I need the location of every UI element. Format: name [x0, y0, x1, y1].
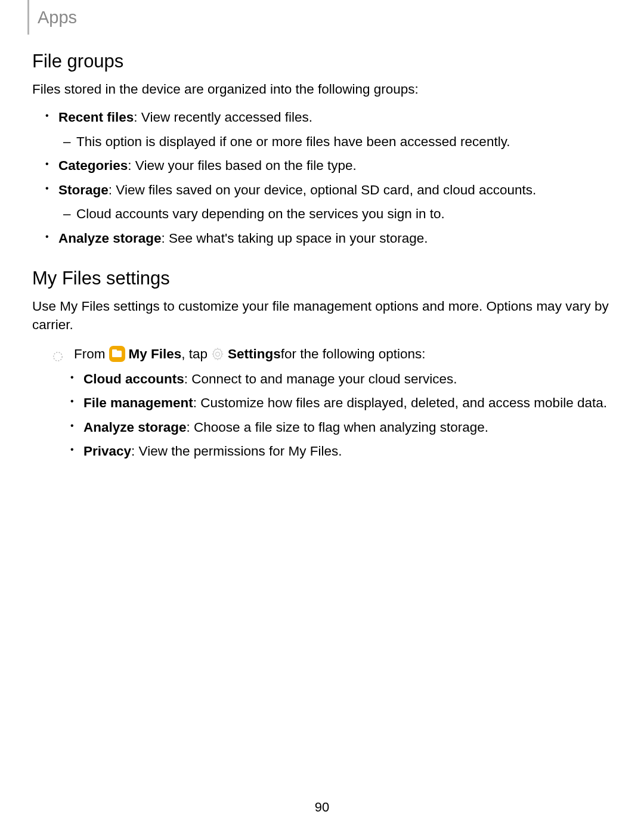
instruction-pre: From	[74, 345, 106, 364]
list-item: Storage: View files saved on your device…	[58, 181, 612, 224]
item-desc: : Customize how files are displayed, del…	[193, 395, 607, 410]
page-header: Apps	[27, 0, 77, 35]
instruction-post: for the following options:	[281, 345, 426, 364]
item-label: Privacy	[83, 444, 131, 459]
list-item: Analyze storage: Choose a file size to f…	[83, 418, 612, 437]
section-title-my-files-settings: My Files settings	[32, 268, 612, 289]
item-desc: : View your files based on the file type…	[128, 158, 357, 173]
item-label: Categories	[58, 158, 128, 173]
sub-item: This option is displayed if one or more …	[76, 132, 612, 151]
file-groups-list: Recent files: View recently accessed fil…	[32, 108, 612, 247]
item-label: Analyze storage	[58, 231, 162, 246]
item-desc: : View files saved on your device, optio…	[109, 182, 537, 197]
sub-list: This option is displayed if one or more …	[58, 132, 612, 151]
settings-options-list: Cloud accounts: Connect to and manage yo…	[32, 370, 612, 461]
sub-item: Cloud accounts vary depending on the ser…	[76, 205, 612, 224]
settings-gear-icon	[210, 347, 225, 361]
page-content: File groups Files stored in the device a…	[32, 51, 612, 466]
page-number: 90	[0, 800, 644, 815]
list-item: Cloud accounts: Connect to and manage yo…	[83, 370, 612, 389]
list-item: Recent files: View recently accessed fil…	[58, 108, 612, 151]
item-label: Recent files	[58, 110, 134, 125]
item-label: Storage	[58, 182, 109, 197]
section-my-files-settings: My Files settings Use My Files settings …	[32, 268, 612, 460]
header-rule	[27, 0, 29, 35]
item-desc: : See what's taking up space in your sto…	[162, 231, 428, 246]
list-item: Categories: View your files based on the…	[58, 156, 612, 175]
instruction-mid: , tap	[181, 345, 208, 364]
app-label: My Files	[129, 345, 182, 364]
section-intro-my-files-settings: Use My Files settings to customize your …	[32, 298, 612, 334]
item-desc: : View recently accessed files.	[134, 110, 312, 125]
svg-point-0	[54, 352, 62, 361]
section-intro-file-groups: Files stored in the device are organized…	[32, 80, 612, 98]
item-label: File management	[83, 395, 193, 410]
section-title-file-groups: File groups	[32, 51, 612, 72]
list-item: File management: Customize how files are…	[83, 394, 612, 413]
header-label: Apps	[38, 8, 77, 27]
sub-list: Cloud accounts vary depending on the ser…	[58, 205, 612, 224]
instruction-row: From My Files, tap Settings for the foll…	[32, 345, 612, 364]
ring-marker-icon	[52, 348, 63, 359]
item-desc: : View the permissions for My Files.	[131, 444, 342, 459]
item-label: Cloud accounts	[83, 371, 184, 386]
list-item: Privacy: View the permissions for My Fil…	[83, 442, 612, 461]
action-label: Settings	[228, 345, 281, 364]
instruction-text: From My Files, tap Settings for the foll…	[52, 345, 425, 364]
item-desc: : Connect to and manage your cloud servi…	[184, 371, 457, 386]
item-desc: : Choose a file size to flag when analyz…	[187, 420, 489, 435]
item-label: Analyze storage	[83, 420, 187, 435]
list-item: Analyze storage: See what's taking up sp…	[58, 229, 612, 248]
my-files-icon	[109, 346, 125, 362]
